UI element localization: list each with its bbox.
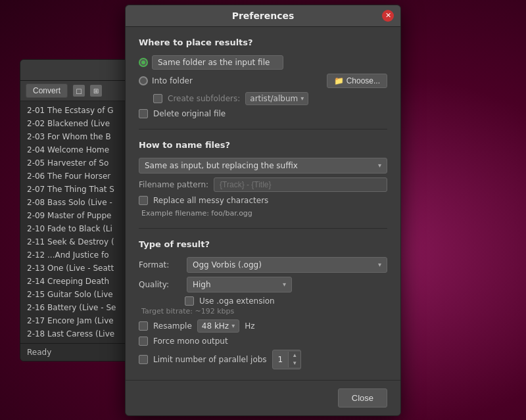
divider-1: [139, 129, 387, 129]
naming-option-label: Same as input, but replacing the suffix: [145, 161, 298, 170]
dialog-body: Where to place results? Same folder as t…: [126, 27, 400, 380]
dialog-close-button[interactable]: ✕: [382, 10, 394, 22]
type-of-result-section: Type of result? Format: Ogg Vorbis (.ogg…: [139, 239, 387, 369]
type-of-result-title: Type of result?: [139, 239, 387, 249]
use-oga-checkbox[interactable]: [185, 296, 194, 306]
into-folder-radio[interactable]: [139, 76, 148, 85]
close-button[interactable]: Close: [338, 388, 387, 408]
force-mono-label: Force mono output: [153, 337, 228, 346]
quality-dropdown[interactable]: High ▾: [187, 277, 292, 292]
replace-messy-label: Replace all messy characters: [153, 196, 268, 205]
into-folder-label: Into folder: [152, 76, 193, 85]
spinner-decrement[interactable]: ▼: [289, 360, 300, 367]
into-folder-row: Into folder 📁 Choose...: [139, 74, 387, 88]
quality-row: Quality: High ▾: [139, 277, 387, 292]
same-folder-row: Same folder as the input file: [139, 55, 387, 70]
folder-icon: 📁: [334, 76, 344, 85]
use-oga-row: Use .oga extension: [139, 296, 387, 306]
limit-jobs-row: Limit number of parallel jobs 1 ▲ ▼: [139, 350, 387, 369]
quality-arrow-icon: ▾: [283, 281, 286, 288]
resample-label: Resample: [153, 321, 192, 331]
hz-unit-label: Hz: [245, 321, 254, 331]
dialog-footer: Close: [126, 380, 400, 415]
replace-messy-row: Replace all messy characters: [139, 196, 387, 205]
subfolder-dropdown[interactable]: artist/album ▾: [245, 92, 308, 105]
resample-hz-value: 48 kHz: [202, 321, 229, 331]
subfolder-arrow-icon: ▾: [300, 95, 304, 102]
format-dropdown[interactable]: Ogg Vorbis (.ogg) ▾: [187, 257, 387, 273]
same-folder-option[interactable]: Same folder as the input file: [139, 55, 283, 70]
naming-arrow-icon: ▾: [378, 162, 381, 169]
naming-dropdown[interactable]: Same as input, but replacing the suffix …: [139, 158, 387, 174]
resample-row: Resample 48 kHz ▾ Hz: [139, 319, 387, 333]
dialog-overlay: Preferences ✕ Where to place results? Sa…: [0, 0, 526, 420]
resample-hz-dropdown[interactable]: 48 kHz ▾: [197, 319, 239, 333]
quality-label: Quality:: [139, 280, 181, 289]
parallel-jobs-value: 1: [273, 355, 289, 364]
parallel-jobs-spinner[interactable]: 1 ▲ ▼: [272, 350, 302, 369]
where-to-place-title: Where to place results?: [139, 37, 387, 47]
create-subfolders-row: Create subfolders: artist/album ▾: [139, 92, 387, 105]
delete-original-checkbox[interactable]: [139, 109, 148, 118]
hz-arrow-icon: ▾: [231, 322, 235, 329]
create-subfolders-checkbox[interactable]: [153, 94, 162, 103]
delete-original-row: Delete original file: [139, 109, 387, 118]
limit-jobs-label: Limit number of parallel jobs: [153, 355, 267, 364]
spinner-increment[interactable]: ▲: [289, 352, 300, 360]
force-mono-checkbox[interactable]: [139, 337, 148, 346]
example-filename: Example filename: foo/bar.ogg: [139, 209, 387, 218]
dialog-titlebar: Preferences ✕: [126, 5, 400, 27]
resample-checkbox[interactable]: [139, 321, 148, 331]
filename-pattern-row: Filename pattern:: [139, 177, 387, 192]
choose-label: Choose...: [347, 76, 380, 85]
format-label: Format:: [139, 260, 181, 269]
how-to-name-title: How to name files?: [139, 140, 387, 150]
how-to-name-section: How to name files? Same as input, but re…: [139, 140, 387, 218]
spinner-buttons: ▲ ▼: [288, 352, 300, 367]
format-row: Format: Ogg Vorbis (.ogg) ▾: [139, 257, 387, 273]
subfolder-value: artist/album: [250, 94, 298, 103]
create-subfolders-label: Create subfolders:: [168, 94, 240, 103]
choose-folder-button[interactable]: 📁 Choose...: [327, 74, 387, 88]
limit-jobs-checkbox[interactable]: [139, 355, 148, 364]
format-value: Ogg Vorbis (.ogg): [193, 260, 262, 269]
format-arrow-icon: ▾: [378, 261, 381, 268]
target-bitrate: Target bitrate: ~192 kbps: [139, 307, 387, 315]
same-folder-label: Same folder as the input file: [152, 55, 283, 70]
replace-messy-checkbox[interactable]: [139, 196, 148, 205]
preferences-dialog: Preferences ✕ Where to place results? Sa…: [125, 5, 401, 416]
dialog-title: Preferences: [232, 11, 295, 21]
filename-pattern-input[interactable]: [214, 177, 387, 192]
pattern-label: Filename pattern:: [139, 180, 208, 189]
force-mono-row: Force mono output: [139, 337, 387, 346]
naming-dropdown-row: Same as input, but replacing the suffix …: [139, 158, 387, 174]
where-to-place-section: Where to place results? Same folder as t…: [139, 37, 387, 118]
quality-value: High: [193, 280, 211, 289]
into-folder-option[interactable]: Into folder: [139, 76, 193, 85]
delete-original-label: Delete original file: [153, 109, 226, 118]
same-folder-radio[interactable]: [139, 58, 148, 67]
divider-2: [139, 228, 387, 229]
use-oga-label: Use .oga extension: [199, 296, 275, 306]
